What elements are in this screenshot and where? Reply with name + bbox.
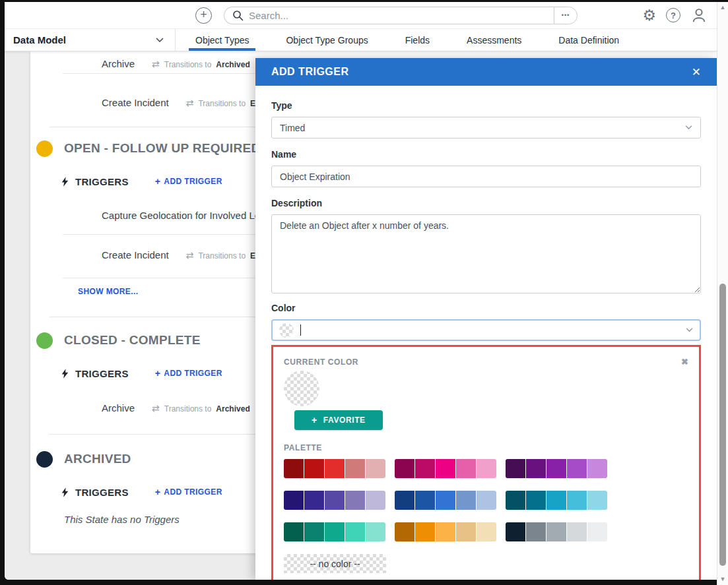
palette-swatch[interactable] <box>477 459 496 478</box>
palette-swatch[interactable] <box>325 491 345 510</box>
palette-swatch[interactable] <box>477 522 496 541</box>
palette-swatch[interactable] <box>587 491 607 510</box>
user-icon[interactable] <box>690 7 708 24</box>
palette-swatch[interactable] <box>567 491 587 510</box>
current-color-swatch <box>284 371 319 406</box>
palette-swatch[interactable] <box>506 491 525 510</box>
palette-swatch[interactable] <box>587 522 607 541</box>
add-trigger-link[interactable]: + ADD TRIGGER <box>155 176 222 187</box>
lightning-bolt-icon <box>61 487 69 497</box>
palette-swatch[interactable] <box>345 459 365 478</box>
tab-assessments[interactable]: Assessments <box>463 29 525 51</box>
palette-swatch[interactable] <box>436 522 455 541</box>
lightning-bolt-icon <box>61 177 69 187</box>
palette-group <box>395 459 496 478</box>
palette-swatch[interactable] <box>366 522 385 541</box>
palette-swatch[interactable] <box>567 459 587 478</box>
palette-group <box>284 459 385 478</box>
palette-swatch[interactable] <box>506 522 525 541</box>
palette-swatch[interactable] <box>284 522 304 541</box>
description-textarea[interactable]: Delete an Object after x number of years… <box>271 214 701 293</box>
tab-fields[interactable]: Fields <box>401 29 434 51</box>
palette-swatch[interactable] <box>436 491 455 510</box>
state-title: CLOSED - COMPLETE <box>64 333 201 348</box>
description-label: Description <box>271 198 701 208</box>
palette-swatch[interactable] <box>345 522 365 541</box>
palette-swatch[interactable] <box>415 522 435 541</box>
palette-swatch[interactable] <box>567 522 587 541</box>
scrollbar-thumb[interactable] <box>719 284 726 566</box>
scrollbar[interactable]: ▲ ▼ <box>717 2 728 585</box>
type-value: Timed <box>280 123 305 133</box>
transition-icon: ⇄ <box>152 59 160 69</box>
name-input[interactable] <box>271 166 701 187</box>
palette-swatch[interactable] <box>456 459 476 478</box>
search-input[interactable]: Search... <box>224 7 554 24</box>
palette-row <box>284 491 688 510</box>
palette-swatch[interactable] <box>546 491 566 510</box>
palette-swatch[interactable] <box>345 491 365 510</box>
tab-object-types[interactable]: Object Types <box>191 29 253 51</box>
palette <box>284 459 688 541</box>
plus-icon: + <box>312 416 317 425</box>
palette-swatch[interactable] <box>456 522 476 541</box>
palette-swatch[interactable] <box>587 459 607 478</box>
scroll-down-icon[interactable]: ▼ <box>717 576 728 582</box>
palette-swatch[interactable] <box>526 522 546 541</box>
picker-close-icon[interactable]: ✖ <box>681 357 688 366</box>
palette-swatch[interactable] <box>395 522 414 541</box>
palette-swatch[interactable] <box>546 459 566 478</box>
palette-swatch[interactable] <box>456 491 476 510</box>
palette-swatch[interactable] <box>366 459 385 478</box>
plus-glyph: + <box>200 9 207 20</box>
scroll-up-icon[interactable]: ▲ <box>717 4 728 11</box>
search-more-button[interactable]: ••• <box>554 7 578 24</box>
add-trigger-link[interactable]: + ADD TRIGGER <box>155 368 222 379</box>
color-select[interactable] <box>271 319 701 341</box>
palette-swatch[interactable] <box>304 522 324 541</box>
palette-group <box>506 522 607 541</box>
palette-swatch[interactable] <box>415 491 435 510</box>
palette-swatch[interactable] <box>477 491 496 510</box>
palette-swatch[interactable] <box>325 522 345 541</box>
palette-swatch[interactable] <box>366 491 385 510</box>
no-color-button[interactable]: -- no color -- <box>284 554 386 573</box>
palette-swatch[interactable] <box>325 459 345 478</box>
tab-data-definition[interactable]: Data Definition <box>554 29 623 51</box>
palette-swatch[interactable] <box>284 459 304 478</box>
state-color-circle <box>36 332 53 349</box>
gear-icon[interactable]: ⚙ <box>642 8 656 23</box>
chevron-down-icon <box>685 125 692 130</box>
transition-target: Archived <box>216 60 249 69</box>
palette-swatch[interactable] <box>415 459 435 478</box>
name-label: Name <box>271 149 701 160</box>
palette-swatch[interactable] <box>395 491 414 510</box>
add-trigger-link[interactable]: + ADD TRIGGER <box>155 487 222 497</box>
tab-object-type-groups[interactable]: Object Type Groups <box>282 29 372 51</box>
lightning-bolt-icon <box>61 369 69 379</box>
transition-prefix: Transitions to <box>198 99 246 108</box>
palette-group <box>284 491 385 510</box>
data-model-dropdown[interactable]: Data Model <box>5 29 176 51</box>
text-cursor <box>300 324 301 336</box>
palette-swatch[interactable] <box>304 491 324 510</box>
palette-swatch[interactable] <box>546 522 566 541</box>
palette-swatch[interactable] <box>436 459 455 478</box>
modal-header: ADD TRIGGER ✕ <box>255 58 717 86</box>
palette-swatch[interactable] <box>526 491 546 510</box>
palette-row <box>284 459 688 478</box>
help-icon[interactable]: ? <box>666 8 680 22</box>
type-select[interactable]: Timed <box>271 117 701 139</box>
favorite-button[interactable]: + FAVORITE <box>294 410 383 430</box>
palette-swatch[interactable] <box>506 459 525 478</box>
add-icon[interactable]: + <box>195 7 212 24</box>
trigger-name: Create Incident <box>102 249 169 261</box>
palette-swatch[interactable] <box>284 491 304 510</box>
palette-row <box>284 522 688 541</box>
palette-swatch[interactable] <box>395 459 414 478</box>
trigger-name: Capture Geolocation for Involved Loca <box>102 210 271 221</box>
transition-icon: ⇄ <box>152 403 160 414</box>
palette-swatch[interactable] <box>526 459 546 478</box>
close-icon[interactable]: ✕ <box>692 65 701 79</box>
palette-swatch[interactable] <box>304 459 324 478</box>
